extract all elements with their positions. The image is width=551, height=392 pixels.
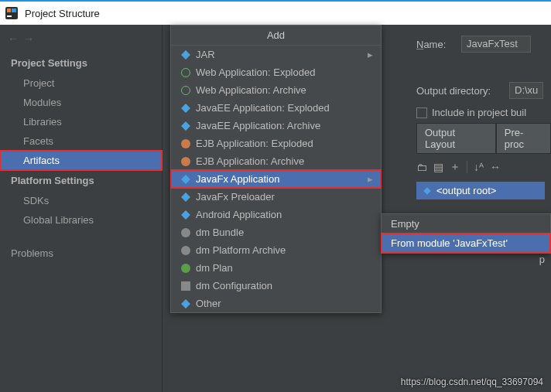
- include-label: Include in project buil: [432, 107, 526, 118]
- output-dir-field[interactable]: D:\xu: [509, 82, 543, 99]
- menu-item-ejb-exploded[interactable]: EJB Application: Exploded: [171, 135, 381, 152]
- sidebar-item-sdks[interactable]: SDKs: [0, 191, 162, 210]
- diamond-icon: [423, 186, 432, 196]
- menu-item-jar[interactable]: JAR▸: [171, 46, 381, 63]
- tab-pre-proc[interactable]: Pre-proc: [496, 123, 551, 154]
- nav-arrows: ← →: [0, 29, 162, 53]
- globe-icon: [181, 86, 190, 95]
- svg-rect-2: [7, 9, 11, 12]
- menu-item-javaee-exploded[interactable]: JavaEE Application: Exploded: [171, 99, 381, 117]
- sidebar-item-global-libraries[interactable]: Global Libraries: [0, 210, 162, 230]
- section-project-settings: Project Settings: [0, 53, 162, 73]
- name-label: Name:: [416, 39, 455, 50]
- svg-rect-3: [12, 9, 16, 12]
- output-dir-label: Output directory:: [416, 85, 503, 97]
- sidebar-item-facets[interactable]: Facets: [0, 131, 162, 151]
- diamond-icon: [181, 299, 190, 308]
- move-icon[interactable]: ↔: [490, 161, 501, 173]
- diamond-icon: [181, 104, 190, 113]
- menu-item-javafx-application[interactable]: JavaFx Application▸: [171, 170, 381, 188]
- menu-item-other[interactable]: Other: [171, 295, 381, 312]
- add-menu-title: Add: [171, 26, 381, 46]
- window-title: Project Structure: [25, 8, 100, 19]
- separator: [467, 161, 467, 173]
- layout-toolbar: 🗀 ▤ ＋ ↓ᴬ ↔: [410, 154, 551, 180]
- sidebar-item-project[interactable]: Project: [0, 73, 162, 93]
- file-icon: [181, 281, 190, 291]
- diamond-icon: [181, 121, 190, 131]
- titlebar: Project Structure: [0, 0, 551, 25]
- sort-icon[interactable]: ↓ᴬ: [474, 161, 484, 173]
- globe-icon: [181, 68, 190, 77]
- output-root-label: <output root>: [436, 185, 496, 196]
- diamond-icon: [181, 175, 190, 184]
- ball-icon: [181, 264, 190, 273]
- diamond-icon: [181, 50, 190, 60]
- chevron-right-icon: ▸: [368, 49, 373, 60]
- menu-item-javaee-archive[interactable]: JavaEE Application: Archive: [171, 117, 381, 135]
- diamond-icon: [181, 193, 190, 202]
- sidebar-item-libraries[interactable]: Libraries: [0, 112, 162, 131]
- add-small-icon[interactable]: ＋: [450, 160, 460, 174]
- checkbox-icon[interactable]: [416, 107, 427, 118]
- new-folder-icon[interactable]: 🗀: [416, 161, 427, 173]
- submenu-item-from-module[interactable]: From module 'JavaFxTest': [382, 233, 550, 253]
- list-icon[interactable]: ▤: [433, 161, 443, 173]
- sidebar-item-artifacts[interactable]: Artifacts: [0, 151, 162, 170]
- sidebar: ← → Project Settings Project Modules Lib…: [0, 25, 163, 392]
- menu-item-web-archive[interactable]: Web Application: Archive: [171, 81, 381, 99]
- submenu-item-empty[interactable]: Empty: [382, 214, 550, 233]
- gear-icon: [181, 228, 190, 237]
- output-root-node[interactable]: <output root>: [416, 182, 545, 199]
- include-in-build-row[interactable]: Include in project buil: [410, 102, 551, 123]
- name-field[interactable]: JavaFxTest: [461, 36, 531, 53]
- menu-item-dm-plan[interactable]: dm Plan: [171, 259, 381, 277]
- chevron-right-icon: ▸: [368, 173, 373, 185]
- nav-forward-icon[interactable]: →: [23, 32, 34, 45]
- sidebar-item-modules[interactable]: Modules: [0, 93, 162, 112]
- menu-item-android-application[interactable]: Android Application: [171, 206, 381, 223]
- menu-item-javafx-preloader[interactable]: JavaFx Preloader: [171, 188, 381, 206]
- watermark: https://blog.csdn.net/qq_33697094: [401, 377, 543, 387]
- diamond-icon: [181, 210, 190, 220]
- menu-item-dm-platform-archive[interactable]: dm Platform Archive: [171, 241, 381, 259]
- output-tabs: Output Layout Pre-proc: [410, 123, 551, 154]
- gear-icon: [181, 246, 190, 255]
- add-popup-menu: Add JAR▸ Web Application: Exploded Web A…: [170, 25, 382, 313]
- svg-rect-1: [7, 15, 12, 17]
- tab-output-layout[interactable]: Output Layout: [416, 123, 496, 154]
- menu-item-ejb-archive[interactable]: EJB Application: Archive: [171, 152, 381, 170]
- bean-icon: [181, 157, 190, 166]
- menu-item-dm-configuration[interactable]: dm Configuration: [171, 277, 381, 295]
- bean-icon: [181, 139, 190, 148]
- menu-item-dm-bundle[interactable]: dm Bundle: [171, 223, 381, 241]
- app-icon: [5, 6, 19, 20]
- javafx-submenu: Empty From module 'JavaFxTest': [381, 213, 551, 254]
- sidebar-item-problems[interactable]: Problems: [0, 244, 162, 263]
- menu-item-web-exploded[interactable]: Web Application: Exploded: [171, 63, 381, 81]
- section-platform-settings: Platform Settings: [0, 170, 162, 191]
- artifact-form: Name: JavaFxTest Output directory: D:\xu…: [410, 32, 551, 201]
- nav-back-icon[interactable]: ←: [8, 32, 19, 45]
